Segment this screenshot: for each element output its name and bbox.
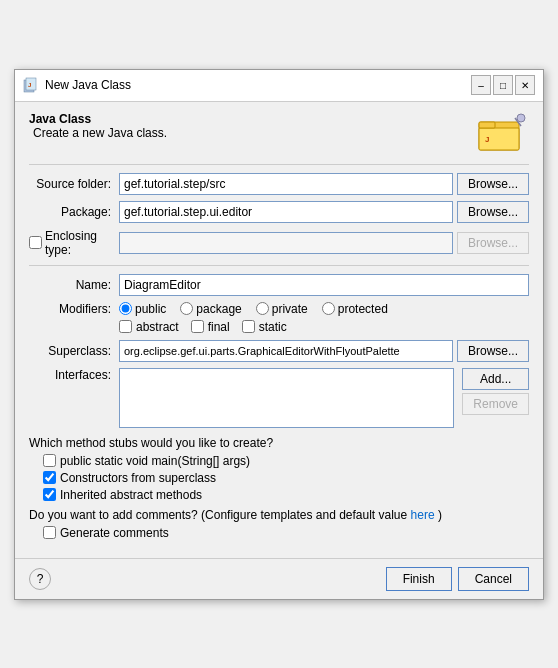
header-text: Java Class Create a new Java class. <box>29 112 477 140</box>
cancel-button[interactable]: Cancel <box>458 567 529 591</box>
modifier-public-radio[interactable] <box>119 302 132 315</box>
svg-rect-5 <box>479 122 495 128</box>
enclosing-checkbox[interactable] <box>29 236 42 249</box>
modifier-package-option[interactable]: package <box>180 302 241 316</box>
superclass-label: Superclass: <box>29 344 119 358</box>
section-header: Java Class Create a new Java class. J <box>29 112 529 156</box>
modifier-protected-option[interactable]: protected <box>322 302 388 316</box>
modifier-static-option[interactable]: static <box>242 320 287 334</box>
source-folder-input[interactable] <box>119 173 453 195</box>
enclosing-input[interactable] <box>119 232 453 254</box>
comments-link[interactable]: here <box>411 508 435 522</box>
modifiers-row: Modifiers: public package private <box>29 302 529 334</box>
header-divider <box>29 164 529 165</box>
title-controls: – □ ✕ <box>471 75 535 95</box>
footer-left: ? <box>29 568 51 590</box>
name-label: Name: <box>29 278 119 292</box>
name-row: Name: <box>29 274 529 296</box>
modifier-package-radio[interactable] <box>180 302 193 315</box>
method-stubs-section: Which method stubs would you like to cre… <box>29 436 529 502</box>
enclosing-label: Enclosing type: <box>45 229 111 257</box>
enclosing-browse-button[interactable]: Browse... <box>457 232 529 254</box>
name-input[interactable] <box>119 274 529 296</box>
close-button[interactable]: ✕ <box>515 75 535 95</box>
new-java-class-dialog: J New Java Class – □ ✕ Java Class Create… <box>14 69 544 600</box>
modifier-public-option[interactable]: public <box>119 302 166 316</box>
interfaces-label: Interfaces: <box>29 368 119 382</box>
stubs-checkboxes: public static void main(String[] args) C… <box>43 454 529 502</box>
enclosing-row: Enclosing type: Browse... <box>29 229 529 257</box>
stub-inherited-checkbox[interactable] <box>43 488 56 501</box>
comments-section: Do you want to add comments? (Configure … <box>29 508 529 540</box>
generate-comments-option[interactable]: Generate comments <box>43 526 169 540</box>
modifier-protected-radio[interactable] <box>322 302 335 315</box>
modifier-abstract-option[interactable]: abstract <box>119 320 179 334</box>
superclass-browse-button[interactable]: Browse... <box>457 340 529 362</box>
package-label: Package: <box>29 205 119 219</box>
superclass-row: Superclass: Browse... <box>29 340 529 362</box>
modifier-extra-group: abstract final static <box>119 320 529 334</box>
package-browse-button[interactable]: Browse... <box>457 201 529 223</box>
modifier-final-option[interactable]: final <box>191 320 230 334</box>
stub-main-checkbox[interactable] <box>43 454 56 467</box>
interfaces-add-button[interactable]: Add... <box>462 368 529 390</box>
section-title: Java Class <box>29 112 477 126</box>
svg-text:J: J <box>485 135 489 144</box>
modifier-access-group: public package private protected <box>119 302 529 316</box>
title-bar: J New Java Class – □ ✕ <box>15 70 543 102</box>
window-icon: J <box>23 77 39 93</box>
stub-constructors-option[interactable]: Constructors from superclass <box>43 471 529 485</box>
stub-inherited-option[interactable]: Inherited abstract methods <box>43 488 529 502</box>
stub-main-option[interactable]: public static void main(String[] args) <box>43 454 529 468</box>
window-title: New Java Class <box>45 78 131 92</box>
modifiers-label: Modifiers: <box>29 302 119 316</box>
source-folder-label: Source folder: <box>29 177 119 191</box>
superclass-input[interactable] <box>119 340 453 362</box>
package-row: Package: Browse... <box>29 201 529 223</box>
source-folder-browse-button[interactable]: Browse... <box>457 173 529 195</box>
maximize-button[interactable]: □ <box>493 75 513 95</box>
section-desc: Create a new Java class. <box>33 126 477 140</box>
modifier-final-checkbox[interactable] <box>191 320 204 333</box>
modifier-private-option[interactable]: private <box>256 302 308 316</box>
interfaces-buttons: Add... Remove <box>458 368 529 415</box>
comments-question: Do you want to add comments? (Configure … <box>29 508 407 522</box>
modifier-private-radio[interactable] <box>256 302 269 315</box>
interfaces-remove-button[interactable]: Remove <box>462 393 529 415</box>
source-folder-row: Source folder: Browse... <box>29 173 529 195</box>
middle-divider <box>29 265 529 266</box>
interfaces-row: Interfaces: Add... Remove <box>29 368 529 428</box>
stub-constructors-checkbox[interactable] <box>43 471 56 484</box>
title-bar-left: J New Java Class <box>23 77 131 93</box>
modifiers-options: public package private protected <box>119 302 529 334</box>
stubs-title: Which method stubs would you like to cre… <box>29 436 529 450</box>
dialog-content: Java Class Create a new Java class. J So… <box>15 102 543 558</box>
svg-text:J: J <box>28 82 31 88</box>
comments-end: ) <box>438 508 442 522</box>
minimize-button[interactable]: – <box>471 75 491 95</box>
java-folder-icon: J <box>477 112 529 156</box>
finish-button[interactable]: Finish <box>386 567 452 591</box>
dialog-footer: ? Finish Cancel <box>15 558 543 599</box>
footer-right: Finish Cancel <box>386 567 529 591</box>
svg-point-8 <box>517 114 525 122</box>
package-input[interactable] <box>119 201 453 223</box>
interfaces-list <box>119 368 454 428</box>
modifier-abstract-checkbox[interactable] <box>119 320 132 333</box>
modifier-static-checkbox[interactable] <box>242 320 255 333</box>
comments-checkbox-row: Generate comments <box>43 526 529 540</box>
generate-comments-checkbox[interactable] <box>43 526 56 539</box>
help-button[interactable]: ? <box>29 568 51 590</box>
